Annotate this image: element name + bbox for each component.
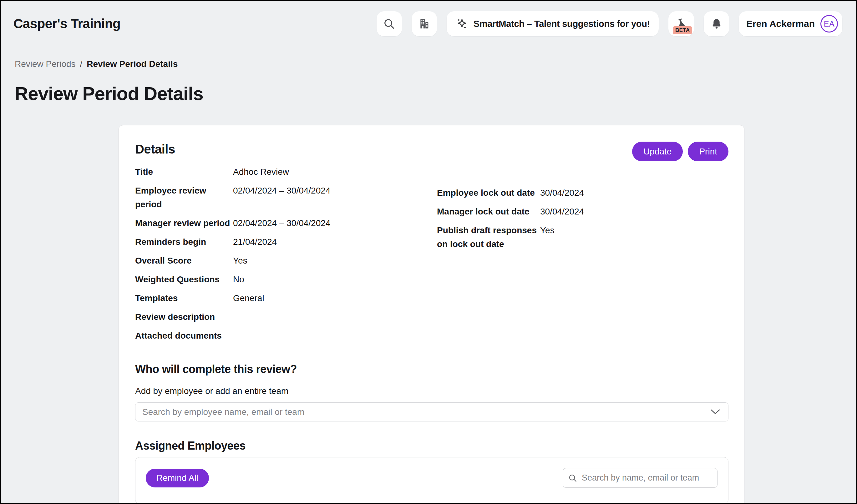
building-icon bbox=[418, 18, 431, 30]
breadcrumb-separator: / bbox=[80, 59, 83, 69]
organisation-button[interactable] bbox=[411, 11, 437, 36]
details-left-column: Title Adhoc Review Employee review perio… bbox=[135, 165, 437, 348]
smartmatch-label: SmartMatch – Talent suggestions for you! bbox=[473, 19, 650, 29]
details-right-column: Employee lock out date 30/04/2024 Manage… bbox=[437, 165, 728, 348]
who-subtext: Add by employee or add an entire team bbox=[135, 384, 728, 398]
details-fields: Title Adhoc Review Employee review perio… bbox=[135, 165, 728, 348]
details-card-header: Details Update Print bbox=[135, 142, 728, 161]
user-name: Eren Ackerman bbox=[746, 18, 815, 29]
update-button[interactable]: Update bbox=[632, 142, 683, 161]
user-menu[interactable]: Eren Ackerman EA bbox=[739, 11, 842, 36]
page-title: Review Period Details bbox=[15, 83, 203, 105]
assigned-search-box bbox=[563, 468, 718, 488]
app-title: Casper's Training bbox=[14, 16, 120, 31]
bell-icon bbox=[710, 18, 723, 30]
detail-row-templates: Templates General bbox=[135, 291, 437, 305]
breadcrumb-current: Review Period Details bbox=[87, 59, 178, 69]
avatar: EA bbox=[820, 15, 838, 33]
search-icon-small bbox=[568, 473, 577, 483]
detail-row-weighted-questions: Weighted Questions No bbox=[135, 273, 437, 286]
assigned-employees-card: Remind All bbox=[135, 457, 728, 504]
app-window: Casper's Training bbox=[0, 0, 857, 504]
detail-row-reminders-begin: Reminders begin 21/04/2024 bbox=[135, 235, 437, 249]
print-button[interactable]: Print bbox=[688, 142, 728, 161]
detail-row-title: Title Adhoc Review bbox=[135, 165, 437, 179]
assigned-employees-toolbar: Remind All bbox=[135, 457, 728, 488]
employee-team-select bbox=[135, 402, 728, 421]
detail-row-review-description: Review description bbox=[135, 310, 437, 324]
beta-badge: BETA bbox=[673, 26, 692, 34]
section-divider bbox=[135, 348, 728, 348]
sparkles-icon bbox=[455, 17, 469, 30]
details-card: Details Update Print Title Adhoc Review … bbox=[119, 125, 744, 504]
smartmatch-button[interactable]: SmartMatch – Talent suggestions for you! bbox=[447, 11, 659, 36]
details-heading: Details bbox=[135, 142, 175, 157]
detail-row-overall-score: Overall Score Yes bbox=[135, 254, 437, 267]
detail-row-manager-review-period: Manager review period 02/04/2024 – 30/04… bbox=[135, 216, 437, 230]
search-button[interactable] bbox=[376, 11, 402, 36]
detail-row-employee-lock-out-date: Employee lock out date 30/04/2024 bbox=[437, 186, 728, 200]
detail-row-employee-review-period: Employee review period 02/04/2024 – 30/0… bbox=[135, 184, 437, 211]
topbar-actions: SmartMatch – Talent suggestions for you!… bbox=[376, 11, 842, 36]
breadcrumb: Review Periods / Review Period Details bbox=[15, 59, 178, 69]
assigned-search-input[interactable] bbox=[581, 473, 712, 483]
topbar: Casper's Training bbox=[14, 11, 842, 36]
search-icon bbox=[383, 18, 396, 30]
beta-flask-button[interactable]: BETA bbox=[668, 11, 694, 36]
notifications-button[interactable] bbox=[704, 11, 729, 36]
details-actions: Update Print bbox=[632, 142, 728, 161]
who-heading: Who will complete this review? bbox=[135, 362, 728, 376]
remind-all-button[interactable]: Remind All bbox=[146, 469, 209, 487]
assigned-employees-heading: Assigned Employees bbox=[135, 439, 728, 453]
detail-row-attached-documents: Attached documents bbox=[135, 329, 437, 343]
detail-row-publish-draft-responses: Publish draft responses on lock out date… bbox=[437, 224, 728, 251]
breadcrumb-review-periods[interactable]: Review Periods bbox=[15, 59, 76, 69]
detail-row-manager-lock-out-date: Manager lock out date 30/04/2024 bbox=[437, 205, 728, 219]
employee-team-search-input[interactable] bbox=[135, 402, 728, 421]
